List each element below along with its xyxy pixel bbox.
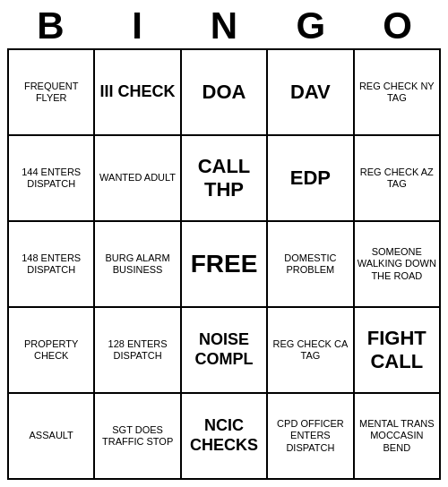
cell-text-14: SOMEONE WALKING DOWN THE ROAD xyxy=(358,246,436,282)
bingo-cell-18[interactable]: REG CHECK CA TAG xyxy=(268,308,354,394)
bingo-cell-17[interactable]: NOISE COMPL xyxy=(182,308,268,394)
bingo-cell-4[interactable]: REG CHECK NY TAG xyxy=(355,50,441,136)
cell-text-21: SGT DOES TRAFFIC STOP xyxy=(98,424,177,448)
cell-text-17: NOISE COMPL xyxy=(185,330,263,369)
bingo-cell-0[interactable]: FREQUENT FLYER xyxy=(9,50,95,136)
cell-text-23: CPD OFFICER ENTERS DISPATCH xyxy=(271,418,349,454)
bingo-cell-23[interactable]: CPD OFFICER ENTERS DISPATCH xyxy=(268,394,354,480)
cell-text-22: NCIC CHECKS xyxy=(185,416,263,455)
cell-text-24: MENTAL TRANS MOCCASIN BEND xyxy=(358,418,436,454)
cell-text-12: FREE xyxy=(191,249,258,279)
letter-b: B xyxy=(7,7,94,45)
bingo-cell-8[interactable]: EDP xyxy=(268,136,354,222)
cell-text-15: PROPERTY CHECK xyxy=(12,338,90,362)
bingo-cell-13[interactable]: DOMESTIC PROBLEM xyxy=(268,222,354,308)
letter-o: O xyxy=(354,7,441,45)
cell-text-19: FIGHT CALL xyxy=(358,327,436,374)
cell-text-13: DOMESTIC PROBLEM xyxy=(271,252,349,276)
bingo-cell-10[interactable]: 148 ENTERS DISPATCH xyxy=(9,222,95,308)
bingo-cell-21[interactable]: SGT DOES TRAFFIC STOP xyxy=(95,394,181,480)
cell-text-10: 148 ENTERS DISPATCH xyxy=(12,252,90,276)
bingo-cell-22[interactable]: NCIC CHECKS xyxy=(182,394,268,480)
cell-text-9: REG CHECK AZ TAG xyxy=(358,167,436,190)
bingo-cell-12[interactable]: FREE xyxy=(182,222,268,308)
cell-text-16: 128 ENTERS DISPATCH xyxy=(98,338,177,362)
cell-text-0: FREQUENT FLYER xyxy=(12,81,90,104)
cell-text-2: DOA xyxy=(202,81,246,104)
bingo-cell-24[interactable]: MENTAL TRANS MOCCASIN BEND xyxy=(355,394,441,480)
bingo-cell-20[interactable]: ASSAULT xyxy=(9,394,95,480)
bingo-cell-15[interactable]: PROPERTY CHECK xyxy=(9,308,95,394)
cell-text-4: REG CHECK NY TAG xyxy=(358,81,436,104)
bingo-cell-7[interactable]: CALL THP xyxy=(182,136,268,222)
bingo-grid: FREQUENT FLYERIII CHECKDOADAVREG CHECK N… xyxy=(7,48,441,480)
bingo-cell-3[interactable]: DAV xyxy=(268,50,354,136)
bingo-cell-11[interactable]: BURG ALARM BUSINESS xyxy=(95,222,181,308)
cell-text-7: CALL THP xyxy=(185,155,263,202)
cell-text-1: III CHECK xyxy=(100,82,176,102)
cell-text-18: REG CHECK CA TAG xyxy=(271,338,349,362)
bingo-cell-5[interactable]: 144 ENTERS DISPATCH xyxy=(9,136,95,222)
cell-text-5: 144 ENTERS DISPATCH xyxy=(12,167,90,190)
letter-i: I xyxy=(94,7,181,45)
cell-text-20: ASSAULT xyxy=(30,430,73,441)
cell-text-11: BURG ALARM BUSINESS xyxy=(98,252,177,276)
cell-text-6: WANTED ADULT xyxy=(99,172,176,184)
bingo-cell-6[interactable]: WANTED ADULT xyxy=(95,136,181,222)
cell-text-8: EDP xyxy=(290,167,331,190)
bingo-cell-14[interactable]: SOMEONE WALKING DOWN THE ROAD xyxy=(355,222,441,308)
bingo-cell-2[interactable]: DOA xyxy=(182,50,268,136)
bingo-header: B I N G O xyxy=(7,7,441,45)
letter-n: N xyxy=(181,7,268,45)
bingo-cell-19[interactable]: FIGHT CALL xyxy=(355,308,441,394)
letter-g: G xyxy=(267,7,354,45)
cell-text-3: DAV xyxy=(290,81,331,104)
bingo-cell-16[interactable]: 128 ENTERS DISPATCH xyxy=(95,308,181,394)
bingo-cell-9[interactable]: REG CHECK AZ TAG xyxy=(355,136,441,222)
bingo-cell-1[interactable]: III CHECK xyxy=(95,50,181,136)
